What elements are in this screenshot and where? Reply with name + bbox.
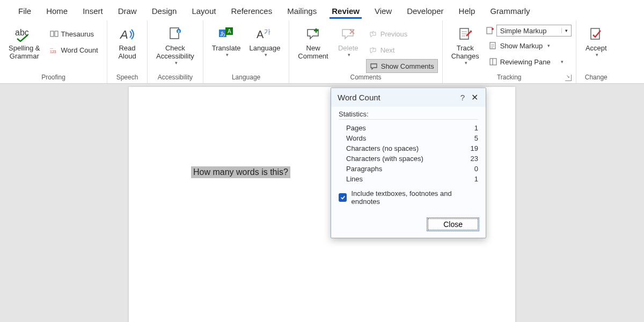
tab-help[interactable]: Help: [451, 2, 483, 19]
check-accessibility-button[interactable]: Check Accessibility ▾: [152, 23, 199, 65]
language-button[interactable]: A가 Language ▾: [245, 23, 285, 57]
stat-row-words: Words5: [339, 133, 478, 143]
reviewing-pane-icon: [489, 57, 497, 66]
tab-references[interactable]: References: [223, 2, 280, 19]
accept-icon: [589, 25, 604, 43]
chevron-down-icon: ▾: [561, 28, 571, 33]
svg-rect-2: [55, 31, 58, 36]
show-markup-icon: [489, 41, 497, 50]
chevron-down-icon: ▾: [175, 60, 178, 65]
help-icon[interactable]: ?: [457, 93, 469, 102]
chevron-down-icon: ▾: [348, 52, 350, 57]
ribbon-tabs: File Home Insert Draw Design Layout Refe…: [0, 0, 644, 20]
thesaurus-button[interactable]: Thesaurus: [47, 27, 101, 41]
selected-text[interactable]: How many words is this?: [191, 166, 290, 178]
tab-insert[interactable]: Insert: [75, 2, 111, 19]
statistics-header: Statistics:: [339, 110, 478, 120]
markup-mode-icon: [486, 26, 494, 35]
show-markup-button[interactable]: Show Markup ▾: [486, 39, 572, 53]
tab-layout[interactable]: Layout: [184, 2, 223, 19]
accept-button[interactable]: Accept ▾: [581, 23, 612, 57]
svg-text:가: 가: [264, 28, 270, 35]
close-icon[interactable]: ✕: [469, 92, 480, 103]
svg-text:A: A: [228, 28, 231, 34]
next-icon: [369, 46, 378, 54]
svg-point-16: [492, 28, 494, 30]
track-changes-button[interactable]: Track Changes ▾: [447, 23, 484, 65]
new-comment-button[interactable]: New Comment: [294, 23, 332, 60]
dialog-titlebar[interactable]: Word Count ? ✕: [331, 88, 486, 107]
chevron-down-icon: ▾: [547, 43, 550, 48]
tab-grammarly[interactable]: Grammarly: [482, 2, 537, 19]
delete-comment-button[interactable]: Delete ▾: [333, 23, 364, 57]
word-count-button[interactable]: —123 Word Count: [47, 43, 101, 57]
stat-row-chars-nospace: Characters (no spaces)19: [339, 143, 478, 153]
svg-rect-18: [490, 58, 496, 65]
spelling-grammar-button[interactable]: abc Spelling & Grammar: [4, 23, 45, 60]
dialog-launcher-icon[interactable]: ↘: [565, 75, 572, 81]
accessibility-icon: [167, 25, 183, 43]
stat-row-pages: Pages1: [339, 123, 478, 133]
chevron-down-icon: ▾: [226, 52, 229, 57]
tab-mailings[interactable]: Mailings: [280, 2, 324, 19]
show-comments-button[interactable]: Show Comments: [366, 59, 438, 73]
group-label-accessibility: Accessibility: [152, 74, 199, 82]
document-area[interactable]: How many words is this?: [0, 84, 644, 322]
svg-rect-1: [50, 31, 54, 36]
language-icon: A가: [257, 25, 273, 43]
markup-mode-select[interactable]: Simple Markup ▾: [496, 25, 572, 36]
include-textboxes-checkbox[interactable]: [339, 193, 347, 202]
tab-file[interactable]: File: [11, 2, 39, 19]
translate-button[interactable]: あA Translate ▾: [208, 23, 245, 57]
previous-comment-button[interactable]: Previous: [366, 27, 438, 41]
dialog-title: Word Count: [338, 93, 457, 102]
group-label-tracking: Tracking ↘: [447, 74, 572, 82]
tab-home[interactable]: Home: [39, 2, 75, 19]
stat-row-chars-space: Characters (with spaces)23: [339, 153, 478, 164]
track-changes-icon: [458, 25, 473, 43]
chevron-down-icon: ▾: [596, 52, 598, 57]
next-comment-button[interactable]: Next: [366, 43, 438, 57]
word-count-dialog: Word Count ? ✕ Statistics: Pages1 Words5…: [331, 87, 486, 238]
read-aloud-icon: A: [119, 25, 135, 43]
stat-row-paragraphs: Paragraphs0: [339, 164, 478, 174]
group-label-speech: Speech: [112, 74, 143, 82]
close-button[interactable]: Close: [427, 217, 479, 231]
svg-text:あ: あ: [220, 31, 225, 36]
svg-rect-15: [487, 27, 492, 34]
thesaurus-icon: [50, 30, 58, 38]
stat-row-lines: Lines1: [339, 174, 478, 184]
new-comment-icon: [305, 25, 321, 43]
spellcheck-icon: abc: [15, 25, 33, 43]
group-label-proofing: Proofing: [4, 74, 103, 82]
group-label-language: Language: [208, 74, 285, 82]
word-count-icon: —123: [50, 46, 58, 54]
svg-text:123: 123: [50, 50, 56, 54]
check-icon: [340, 195, 346, 200]
group-label-changes: Change: [581, 74, 612, 82]
translate-icon: あA: [218, 25, 235, 43]
chevron-down-icon: ▾: [265, 52, 267, 57]
tab-review[interactable]: Review: [324, 2, 367, 19]
group-label-comments: Comments: [294, 74, 437, 82]
chevron-down-icon: ▾: [465, 60, 467, 65]
ribbon: abc Spelling & Grammar Thesaurus —123 Wo…: [0, 20, 644, 84]
svg-text:A: A: [257, 28, 264, 40]
read-aloud-button[interactable]: A Read Aloud: [112, 23, 143, 60]
include-textboxes-label: Include textboxes, footnotes and endnote…: [351, 189, 478, 206]
comments-icon: [370, 62, 378, 70]
previous-icon: [369, 30, 378, 38]
tab-view[interactable]: View: [367, 2, 399, 19]
tab-developer[interactable]: Developer: [399, 2, 451, 19]
delete-comment-icon: [340, 25, 356, 43]
chevron-down-icon: ▾: [561, 59, 564, 64]
svg-text:A: A: [119, 28, 128, 41]
reviewing-pane-button[interactable]: Reviewing Pane ▾: [486, 55, 572, 69]
tab-draw[interactable]: Draw: [111, 2, 144, 19]
tab-design[interactable]: Design: [144, 2, 185, 19]
